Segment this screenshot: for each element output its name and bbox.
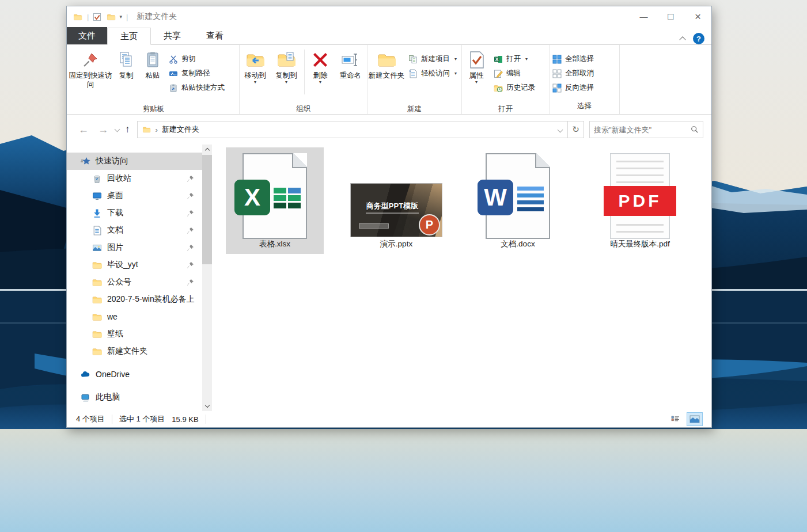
easy-access-button[interactable]: 轻松访问 ▾ xyxy=(406,66,460,81)
new-folder-icon xyxy=(377,51,396,69)
file-tile-pptx[interactable]: 商务型PPT模版 P 演示.pptx xyxy=(347,147,445,254)
address-bar[interactable]: › 新建文件夹 xyxy=(137,121,569,138)
sidebar-item-folder-we[interactable]: we xyxy=(67,308,202,325)
back-button[interactable]: ← xyxy=(74,123,93,137)
new-item-button[interactable]: 新建项目 ▾ xyxy=(406,52,460,66)
file-list[interactable]: X 表格.xlsx 商务型PPT模版 P xyxy=(212,145,711,411)
button-label: 编辑 xyxy=(506,69,521,78)
sidebar-item-label: 2020-7-5-win装机必备上 xyxy=(107,294,195,305)
help-icon: ? xyxy=(696,35,701,43)
pin-icon xyxy=(187,261,194,269)
titlebar[interactable]: | ▾ | 新建文件夹 — □ × xyxy=(67,6,711,27)
excel-app-icon: X xyxy=(494,55,503,64)
maximize-icon: □ xyxy=(668,11,673,22)
minimize-button[interactable]: — xyxy=(630,6,657,27)
sidebar-item-this-pc[interactable]: 此电脑 xyxy=(67,389,202,406)
qat-customize-caret-icon[interactable]: ▾ xyxy=(119,14,122,20)
sidebar-item-onedrive[interactable]: OneDrive xyxy=(67,366,202,383)
recent-locations-icon[interactable] xyxy=(115,126,120,132)
sidebar-item-label: 桌面 xyxy=(107,191,123,201)
up-button[interactable]: ↑ xyxy=(122,123,134,136)
copy-path-button[interactable]: 复制路径 xyxy=(166,66,228,81)
file-tile-docx[interactable]: W 文档.docx xyxy=(469,147,567,254)
refresh-button[interactable]: ↻ xyxy=(568,121,584,138)
new-folder-qat-icon[interactable] xyxy=(106,13,116,21)
path-icon xyxy=(169,69,178,78)
tab-view[interactable]: 查看 xyxy=(194,27,236,44)
file-tile-xlsx[interactable]: X 表格.xlsx xyxy=(226,147,324,254)
explorer-folder-icon xyxy=(73,13,83,21)
select-all-button[interactable]: 全部选择 xyxy=(550,52,597,66)
pin-to-quick-access-button[interactable]: 固定到快速访问 xyxy=(68,47,113,102)
folder-icon xyxy=(92,295,102,305)
page-fold xyxy=(292,153,307,168)
pin-icon xyxy=(187,244,194,252)
sidebar-item-downloads[interactable]: 下载 xyxy=(67,204,202,222)
properties-qat-icon[interactable] xyxy=(93,13,101,21)
search-box[interactable] xyxy=(589,121,703,138)
page-fold xyxy=(535,153,550,168)
breadcrumb-folder[interactable]: 新建文件夹 xyxy=(162,124,199,135)
pin-icon xyxy=(187,210,194,217)
tab-home[interactable]: 主页 xyxy=(107,28,151,45)
sidebar-item-desktop[interactable]: 桌面 xyxy=(67,187,202,204)
scroll-up-button[interactable] xyxy=(202,145,212,154)
sidebar-item-pictures[interactable]: 图片 xyxy=(67,239,202,256)
window-title: 新建文件夹 xyxy=(137,12,177,22)
delete-button[interactable]: 删除 ▾ xyxy=(307,47,334,102)
move-to-icon xyxy=(246,51,264,69)
copy-button[interactable]: 复制 xyxy=(113,47,139,102)
pin-icon xyxy=(187,279,194,286)
pin-icon xyxy=(187,227,194,234)
sidebar-item-folder-2020[interactable]: 2020-7-5-win装机必备上 xyxy=(67,291,202,308)
paste-button[interactable]: 粘贴 xyxy=(139,47,166,102)
invert-selection-button[interactable]: 反向选择 xyxy=(550,81,597,95)
cut-button[interactable]: 剪切 xyxy=(166,52,228,66)
sidebar-item-folder-bishe[interactable]: 毕设_yyt xyxy=(67,256,202,273)
sidebar-item-label: 公众号 xyxy=(107,277,131,287)
maximize-button[interactable]: □ xyxy=(657,6,684,27)
open-button[interactable]: X 打开 ▾ xyxy=(491,52,538,66)
edit-button[interactable]: 编辑 xyxy=(491,66,538,81)
sidebar-item-folder-new[interactable]: 新建文件夹 xyxy=(67,343,202,360)
close-button[interactable]: × xyxy=(684,6,711,27)
history-button[interactable]: 历史记录 xyxy=(491,81,538,95)
address-dropdown-button[interactable] xyxy=(552,121,567,138)
scrollbar-thumb[interactable] xyxy=(202,155,212,264)
sidebar-scrollbar[interactable] xyxy=(202,145,212,411)
move-to-button[interactable]: 移动到 ▾ xyxy=(240,47,271,102)
large-icons-view-button[interactable] xyxy=(687,413,702,425)
scroll-down-button[interactable] xyxy=(202,401,212,411)
sidebar-item-quick-access[interactable]: 快速访问 xyxy=(67,153,202,170)
properties-button[interactable]: 属性 ▾ xyxy=(462,47,491,102)
sidebar-item-folder-gongzhonghao[interactable]: 公众号 xyxy=(67,273,202,291)
paste-shortcut-button[interactable]: 粘贴快捷方式 xyxy=(166,81,228,95)
sidebar-item-label: 新建文件夹 xyxy=(107,346,147,356)
sidebar-item-documents[interactable]: 文档 xyxy=(67,222,202,239)
copy-to-button[interactable]: 复制到 ▾ xyxy=(271,47,302,102)
breadcrumb-chevron-icon: › xyxy=(156,126,158,134)
tab-share[interactable]: 共享 xyxy=(151,27,194,44)
new-folder-button[interactable]: 新建文件夹 xyxy=(367,47,406,102)
rename-button[interactable]: 重命名 xyxy=(334,47,367,102)
select-none-button[interactable]: 全部取消 xyxy=(550,66,597,81)
dropdown-caret-icon: ▾ xyxy=(454,71,457,76)
pushpin-icon xyxy=(81,51,100,69)
sidebar-item-folder-bizhi[interactable]: 壁纸 xyxy=(67,325,202,343)
pin-icon xyxy=(187,192,194,200)
details-view-button[interactable] xyxy=(668,413,683,425)
collapse-ribbon-icon[interactable] xyxy=(679,36,685,43)
status-bar: 4 个项目 选中 1 个项目 15.9 KB xyxy=(67,411,711,427)
folder-icon xyxy=(92,260,102,270)
word-badge: W xyxy=(478,180,513,215)
copy-icon xyxy=(117,51,135,69)
quick-access-star-icon xyxy=(81,157,90,166)
file-tile-pdf[interactable]: PDF 晴天最终版本.pdf xyxy=(591,147,689,254)
help-button[interactable]: ? xyxy=(693,33,704,44)
this-pc-icon xyxy=(81,393,90,402)
forward-button[interactable]: → xyxy=(93,123,113,137)
sidebar-item-label: 壁纸 xyxy=(107,329,123,339)
sidebar-item-recycle-bin[interactable]: 回收站 xyxy=(67,170,202,187)
search-input[interactable] xyxy=(594,126,691,134)
tab-file[interactable]: 文件 xyxy=(67,27,107,44)
